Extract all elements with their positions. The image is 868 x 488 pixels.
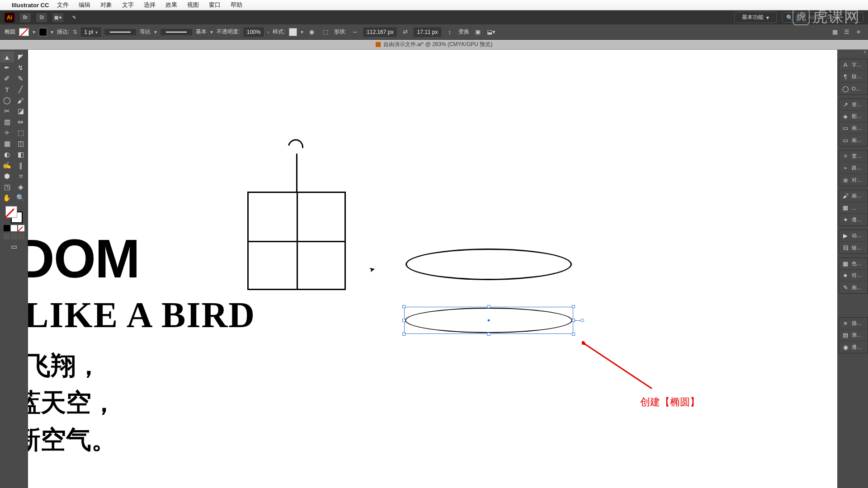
panel-brush-0[interactable]: 🖌画… [839, 190, 868, 202]
stroke-swatch[interactable] [39, 28, 47, 36]
height-field[interactable]: 17.11 px [414, 28, 441, 37]
tool-12[interactable]: ▥ [0, 117, 14, 127]
screen-mode-button[interactable]: ▭ [0, 241, 28, 252]
tool-26[interactable]: ✋ [0, 192, 14, 203]
tool-25[interactable]: ◈ [14, 182, 28, 192]
document-tab[interactable]: 自由演示文件.ai* @ 263% (CMYK/GPU 预览) [0, 40, 868, 50]
tool-11[interactable]: ◪ [14, 106, 28, 117]
panel-stroke-2[interactable]: ◉透… [839, 341, 868, 353]
tool-7[interactable]: ╱ [14, 84, 28, 95]
tool-0[interactable]: ▲ [0, 52, 14, 62]
menu-window[interactable]: 窗口 [209, 1, 221, 9]
screen-mode-icon[interactable] [4, 233, 10, 239]
rotate-handle[interactable] [580, 319, 584, 322]
panel-actions-0[interactable]: ▶动… [839, 230, 868, 242]
tool-18[interactable]: ◐ [0, 149, 14, 160]
handle-top-right[interactable] [572, 305, 575, 308]
tool-6[interactable]: T [0, 84, 14, 95]
align-objects-icon[interactable]: ⬓▾ [486, 27, 496, 37]
align-icon[interactable]: ⬚ [321, 27, 330, 37]
width-field[interactable]: 112.167 px [363, 28, 396, 37]
tool-1[interactable]: ◤ [14, 52, 28, 62]
panel-transform-1[interactable]: ⌁路… [839, 162, 868, 174]
link-wh-icon[interactable]: ⇄ [400, 27, 410, 37]
draw-mode-icon[interactable] [11, 233, 17, 239]
panel-assets-1[interactable]: ◈图… [839, 111, 868, 122]
tool-13[interactable]: ⇔ [14, 117, 28, 127]
menu-type[interactable]: 文字 [122, 1, 134, 9]
stroke-weight-field[interactable]: 1 pt [81, 28, 101, 37]
menu-file[interactable]: 文件 [57, 1, 69, 9]
panel-stroke-0[interactable]: ≡描… [839, 318, 868, 329]
panel-color-1[interactable]: ★符… [839, 270, 868, 282]
fill-stroke-control[interactable] [5, 206, 23, 223]
brush-tool-icon[interactable]: ✎ [69, 13, 80, 22]
close-icon[interactable]: × [863, 50, 866, 55]
transform-label[interactable]: 变换 [458, 28, 469, 36]
tool-4[interactable]: ✐ [0, 73, 14, 84]
gradient-mode-icon[interactable] [11, 225, 17, 231]
tool-23[interactable]: ⌗ [14, 171, 28, 182]
graphic-style-swatch[interactable] [289, 28, 297, 36]
panel-type-1[interactable]: ¶段… [839, 71, 868, 83]
tool-3[interactable]: ↯ [14, 62, 28, 73]
handle-top-left[interactable] [402, 305, 406, 308]
stroke-profile-dropdown[interactable] [104, 29, 136, 35]
panel-assets-3[interactable]: ▭画… [839, 134, 868, 146]
tool-9[interactable]: 🖌 [14, 95, 28, 106]
menu-edit[interactable]: 编辑 [79, 1, 90, 9]
handle-bottom[interactable] [487, 333, 491, 336]
panel-color-2[interactable]: ✎画… [839, 282, 868, 293]
none-mode-icon[interactable] [18, 225, 24, 231]
arrange-list-icon[interactable]: ☰ [842, 27, 852, 37]
recolor-art-icon[interactable]: ◉ [307, 27, 317, 37]
menu-select[interactable]: 选择 [144, 1, 156, 9]
color-mode-icon[interactable] [4, 225, 10, 231]
fill-box[interactable] [5, 206, 17, 218]
selected-ellipse-group[interactable] [404, 307, 573, 334]
panel-transform-2[interactable]: ≣对… [839, 174, 868, 186]
arrange-docs-icon[interactable]: ▦ ▾ [52, 13, 63, 22]
panel-assets-2[interactable]: ▭画… [839, 122, 868, 134]
tool-20[interactable]: ✍ [0, 160, 14, 171]
workspace-dropdown[interactable]: 基本功能 ▾ [734, 12, 777, 23]
panel-menu-icon[interactable]: ≡ [854, 27, 863, 37]
arrange-grid-icon[interactable]: ▦ [830, 27, 840, 37]
fill-swatch[interactable] [19, 28, 29, 36]
menu-view[interactable]: 视图 [187, 1, 199, 9]
tool-19[interactable]: ◧ [14, 149, 28, 160]
stepper-icon[interactable]: ⇅ [73, 29, 77, 35]
tool-16[interactable]: ▦ [0, 138, 14, 149]
panel-stroke-1[interactable]: ▤渐… [839, 329, 868, 341]
tool-27[interactable]: 🔍 [14, 192, 28, 203]
tool-22[interactable]: ⬢ [0, 171, 14, 182]
panel-brush-1[interactable]: ▦… [839, 202, 868, 214]
menu-effect[interactable]: 效果 [165, 1, 177, 9]
tool-5[interactable]: ✎ [14, 73, 28, 84]
tool-2[interactable]: ✒ [0, 62, 14, 73]
menu-help[interactable]: 帮助 [231, 1, 242, 9]
handle-top[interactable] [487, 305, 491, 308]
tool-10[interactable]: ✂ [0, 106, 14, 117]
panel-transform-0[interactable]: ✧变… [839, 150, 868, 162]
handle-left[interactable] [402, 319, 406, 322]
panel-actions-1[interactable]: ⛓链… [839, 242, 868, 253]
opacity-field[interactable]: 100% [244, 28, 264, 37]
panel-brush-2[interactable]: ✦透… [839, 214, 868, 225]
handle-bottom-right[interactable] [572, 333, 575, 336]
panel-color-0[interactable]: ▦色… [839, 258, 868, 270]
isolate-icon[interactable]: ▣ [473, 27, 483, 37]
panel-type-2[interactable]: ◯O… [839, 83, 868, 94]
brush-def-dropdown[interactable] [160, 29, 192, 35]
tool-15[interactable]: ⬚ [14, 127, 28, 138]
tool-24[interactable]: ◳ [0, 182, 14, 192]
canvas[interactable]: DOM LIKE A BIRD 飞翔， 蓝天空， 新空气。 ➤ [28, 50, 837, 488]
handle-bottom-left[interactable] [402, 333, 406, 336]
tool-21[interactable]: ‖ [14, 160, 28, 171]
tool-17[interactable]: ◫ [14, 138, 28, 149]
draw-behind-icon[interactable] [18, 233, 24, 239]
panel-type-0[interactable]: A字… [839, 59, 868, 71]
stock-icon[interactable]: St [36, 13, 47, 22]
bridge-icon[interactable]: Br [20, 13, 31, 22]
menu-object[interactable]: 对象 [100, 1, 112, 9]
